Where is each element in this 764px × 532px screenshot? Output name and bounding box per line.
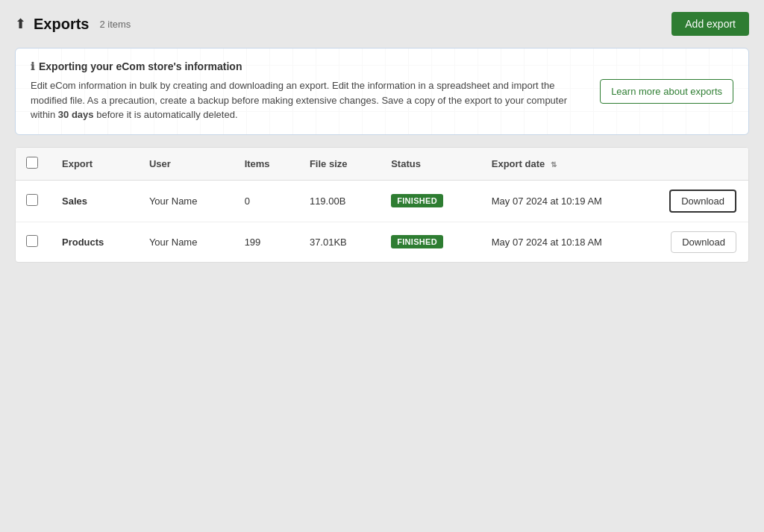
exports-table: Export User Items File size Status Expor… [16,148,748,262]
header-status: Status [379,148,480,181]
download-button-2[interactable]: Download [671,231,736,253]
row-items-1: 0 [233,180,298,222]
row-export-date-1: May 07 2024 at 10:19 AM [480,180,657,222]
row-user-1: Your Name [137,180,233,222]
row-file-size-1: 119.00B [298,180,379,222]
row-user-2: Your Name [137,222,233,262]
row-checkbox-1[interactable] [26,194,38,206]
table-row: Sales Your Name 0 119.00B FINISHED May 0… [16,180,748,222]
info-banner-text: Edit eCom information in bulk by creatin… [31,78,568,122]
row-export-name-2: Products [50,222,137,262]
header-action [657,148,748,181]
row-action-col-2: Download [657,222,748,262]
header-checkbox-col [16,148,50,181]
info-banner-heading: Exporting your eCom store's information [39,60,242,72]
row-status-2: FINISHED [379,222,480,262]
info-text-part2: before it is automatically deleted. [94,109,238,120]
info-text-bold: 30 days [58,109,94,120]
row-file-size-2: 37.01KB [298,222,379,262]
table-row: Products Your Name 199 37.01KB FINISHED … [16,222,748,262]
select-all-checkbox[interactable] [26,157,38,169]
header-items: Items [233,148,298,181]
status-badge-2: FINISHED [391,235,443,248]
info-icon: ℹ [31,60,34,72]
table-body: Sales Your Name 0 119.00B FINISHED May 0… [16,180,748,262]
table-header: Export User Items File size Status Expor… [16,148,748,181]
export-icon: ⬆ [15,16,26,32]
row-checkbox-2[interactable] [26,235,38,247]
header-user: User [137,148,233,181]
add-export-button[interactable]: Add export [671,12,749,36]
page-title: Exports [34,16,89,33]
header-export: Export [50,148,137,181]
row-export-date-2: May 07 2024 at 10:18 AM [480,222,657,262]
item-count-badge: 2 items [99,19,131,30]
header-file-size: File size [298,148,379,181]
table-container: Export User Items File size Status Expor… [15,147,749,263]
download-button-1[interactable]: Download [669,190,736,213]
info-banner-title: ℹ Exporting your eCom store's informatio… [31,60,585,72]
row-export-name-1: Sales [50,180,137,222]
status-badge-1: FINISHED [391,194,443,207]
header-export-date[interactable]: Export date ⇅ [480,148,657,181]
page-container: ⬆ Exports 2 items Add export ℹ Exporting… [0,0,764,532]
sort-icon: ⇅ [551,160,557,169]
info-banner: ℹ Exporting your eCom store's informatio… [15,48,749,135]
page-header-left: ⬆ Exports 2 items [15,16,131,33]
info-banner-content: ℹ Exporting your eCom store's informatio… [31,60,585,122]
row-action-col-1: Download [657,180,748,222]
row-status-1: FINISHED [379,180,480,222]
row-checkbox-col-2 [16,222,50,262]
row-items-2: 199 [233,222,298,262]
page-header: ⬆ Exports 2 items Add export [15,12,749,36]
row-checkbox-col-1 [16,180,50,222]
learn-more-button[interactable]: Learn more about exports [600,79,733,104]
